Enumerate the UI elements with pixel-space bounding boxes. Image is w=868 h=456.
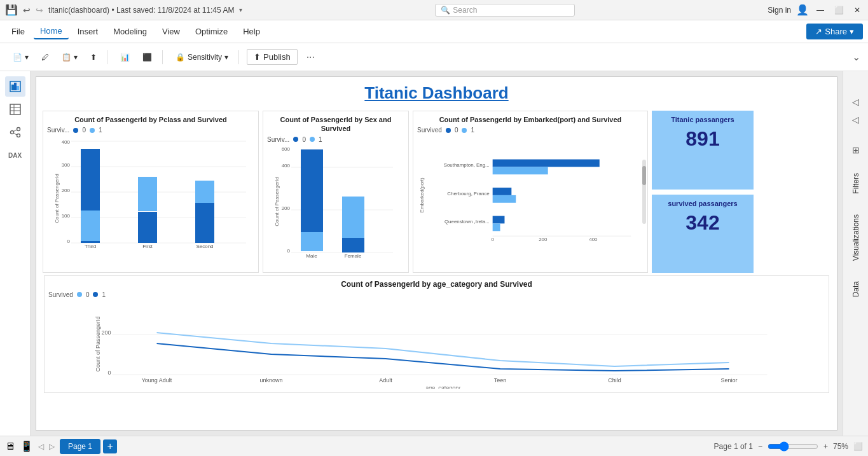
svg-text:Count of PassengerId: Count of PassengerId <box>274 177 280 226</box>
paste-button[interactable]: 📋▾ <box>57 50 83 64</box>
chart-pclass-title: Count of PassengerId by Pclass and Survi… <box>47 115 254 124</box>
svg-rect-2 <box>14 83 17 90</box>
legend3-dot-1 <box>462 128 467 133</box>
svg-text:400: 400 <box>62 139 71 145</box>
main-layout: DAX Titanic Dashboard Count of Passenger… <box>0 71 868 436</box>
collapse-icon[interactable]: ◁ <box>852 97 859 107</box>
scroll-area[interactable] <box>642 160 646 224</box>
filters-tab[interactable]: Filters <box>849 168 863 199</box>
right-panel: ◁ ◁ ⊞ Filters Visualizations Data <box>843 71 868 436</box>
canvas-page: Titanic Dashboard Count of PassengerId b… <box>36 76 837 431</box>
search-box[interactable]: 🔍 Search <box>435 4 575 17</box>
fit-page-icon[interactable]: ⬜ <box>853 442 863 451</box>
publish-button[interactable]: ⬆ Publish <box>247 49 298 65</box>
chart4-legend: Survived 0 1 <box>48 291 825 298</box>
svg-text:Senior: Senior <box>720 377 737 383</box>
view-desktop-icon[interactable]: 🖥 <box>5 441 15 452</box>
undo-icon[interactable]: ↩ <box>23 5 31 15</box>
dropdown-icon[interactable]: ▾ <box>239 6 242 13</box>
maximize-icon[interactable]: ⬜ <box>832 6 846 15</box>
publish-label: Publish <box>263 52 291 62</box>
svg-text:Class: Class <box>198 249 211 249</box>
svg-rect-27 <box>138 177 157 211</box>
zoom-slider[interactable] <box>768 441 818 452</box>
view-mobile-icon[interactable]: 📱 <box>20 440 33 452</box>
svg-rect-45 <box>301 149 323 232</box>
menu-optimize[interactable]: Optimize <box>189 24 234 39</box>
sign-in-label[interactable]: Sign in <box>768 6 791 15</box>
legend4-0-label: 0 <box>86 291 90 298</box>
svg-rect-29 <box>195 181 214 203</box>
age-chart-svg: Count of PassengerId 0 200 <box>48 300 825 389</box>
stat-survived: survived passangers 342 <box>652 195 754 273</box>
svg-text:200: 200 <box>62 188 71 193</box>
menu-view[interactable]: View <box>156 24 186 39</box>
sidebar-icon-table[interactable] <box>5 99 25 120</box>
legend-label-3: Survived <box>417 127 442 134</box>
export-button[interactable]: ⬆ <box>85 50 102 64</box>
collapse-icon-2[interactable]: ◁ <box>852 114 859 125</box>
menu-insert[interactable]: Insert <box>71 24 105 39</box>
menu-file[interactable]: File <box>5 24 31 39</box>
svg-text:Class: Class <box>141 249 154 249</box>
share-button[interactable]: ↗ Share ▾ <box>806 24 863 39</box>
more-button[interactable]: ··· <box>303 49 319 66</box>
scroll-thumb <box>642 166 646 185</box>
svg-text:200: 200 <box>539 237 548 242</box>
menu-modeling[interactable]: Modeling <box>107 24 153 39</box>
zoom-level: 75% <box>833 442 848 451</box>
svg-text:Female: Female <box>345 253 362 259</box>
data-tab[interactable]: Data <box>849 276 863 302</box>
pclass-chart-svg: Count of PassengerId 0 100 200 300 400 <box>47 135 254 249</box>
svg-text:400: 400 <box>282 163 291 169</box>
canvas-area: Titanic Dashboard Count of PassengerId b… <box>31 71 843 436</box>
new-button[interactable]: 📄▾ <box>8 50 34 64</box>
sensitivity-label: Sensitivity <box>188 53 222 62</box>
redo-icon[interactable]: ↪ <box>36 5 43 15</box>
svg-rect-28 <box>195 203 214 243</box>
bottom-right: Page 1 of 1 − + 75% ⬜ <box>714 441 863 452</box>
sidebar-icon-model[interactable] <box>5 122 25 142</box>
legend3-0-label: 0 <box>455 127 458 134</box>
page-nav-right[interactable]: ▷ <box>49 442 55 451</box>
chart3-legend: Survived 0 1 <box>417 127 644 134</box>
sidebar-icon-dax[interactable]: DAX <box>5 145 25 165</box>
visual-button[interactable]: 📊 <box>115 50 135 64</box>
filter-icon[interactable]: ⊞ <box>850 142 862 158</box>
user-icon[interactable]: 👤 <box>796 4 809 16</box>
table-button[interactable]: ⬛ <box>137 50 157 64</box>
expand-icon[interactable]: ⌄ <box>852 51 860 63</box>
svg-rect-46 <box>301 232 323 251</box>
svg-text:Southampton, Eng...: Southampton, Eng... <box>444 163 490 169</box>
svg-text:Adult: Adult <box>379 377 392 383</box>
sensitivity-button[interactable]: 🔒 Sensitivity ▾ <box>170 50 233 64</box>
sidebar-icon-report[interactable] <box>5 76 25 97</box>
format-button[interactable]: 🖊 <box>36 50 54 64</box>
dashboard-title: Titanic Dashboard <box>36 83 837 103</box>
svg-text:100: 100 <box>62 213 71 219</box>
menu-help[interactable]: Help <box>237 24 266 39</box>
save-icon[interactable]: 💾 <box>5 4 18 16</box>
zoom-out-icon[interactable]: − <box>758 442 762 451</box>
minimize-icon[interactable]: — <box>814 6 827 15</box>
add-page-button[interactable]: + <box>103 439 117 453</box>
chart-embarked-title: Count of PassengerId by Embarked(port) a… <box>417 115 644 124</box>
toolbar-group-1: 📄▾ 🖊 📋▾ ⬆ <box>8 50 107 64</box>
visualizations-tab[interactable]: Visualizations <box>849 209 863 266</box>
legend-label-1: Surviv... <box>47 127 69 134</box>
svg-rect-58 <box>493 188 512 195</box>
menu-home[interactable]: Home <box>34 24 69 39</box>
file-info: titanic(dashboard) • Last saved: 11/8/20… <box>48 6 234 15</box>
new-icon: 📄 <box>13 53 22 62</box>
zoom-in-icon[interactable]: + <box>823 442 828 451</box>
svg-text:0: 0 <box>107 370 111 376</box>
chart2-legend: Surviv... 0 1 <box>267 136 404 143</box>
page-tab-1[interactable]: Page 1 <box>60 439 100 454</box>
legend2-dot-0 <box>293 137 298 142</box>
legend4-dot-0 <box>77 292 82 297</box>
visual-icon: 📊 <box>120 53 130 62</box>
svg-text:Young Adult: Young Adult <box>142 377 172 383</box>
close-icon[interactable]: ✕ <box>851 6 863 15</box>
embarked-chart-svg: Southampton, Eng... Cherbourg, France Qu… <box>417 135 644 246</box>
page-nav-left[interactable]: ◁ <box>38 442 44 451</box>
